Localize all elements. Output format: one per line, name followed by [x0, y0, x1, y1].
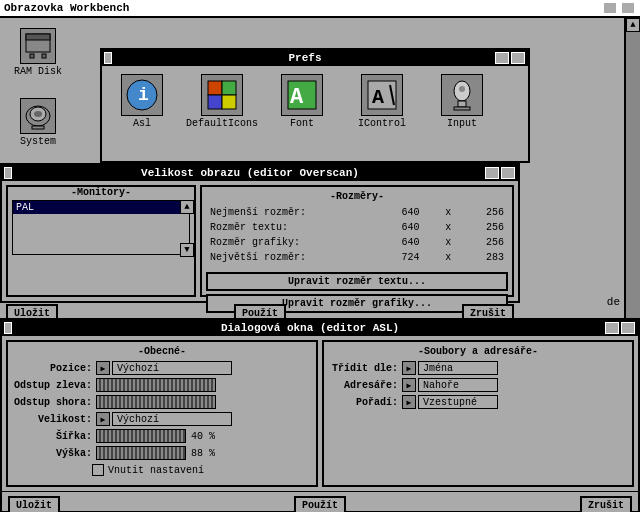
poradi-dropdown[interactable]: ▶ — [402, 395, 416, 409]
table-row: Nejmenší rozměr: 640 x 256 — [208, 206, 506, 219]
velikost-close-btn[interactable] — [485, 167, 499, 179]
velikost-title: Velikost obrazu (editor Overscan) — [16, 167, 484, 179]
checkbox-row: Vnutit nastavení — [92, 464, 312, 476]
odstup-zleva-label: Odstup zleva: — [12, 380, 92, 391]
system-icon[interactable]: System — [8, 98, 68, 147]
dialog-zoom-btn[interactable] — [621, 322, 635, 334]
font-icon: A — [281, 74, 323, 116]
prefs-titlebar: Prefs — [102, 50, 528, 66]
prefs-drag[interactable] — [104, 52, 112, 64]
dialog-pouzit-btn[interactable]: Použít — [294, 496, 346, 512]
svg-text:A: A — [290, 85, 304, 110]
sirka-label: Šířka: — [12, 431, 92, 442]
vnutit-checkbox[interactable] — [92, 464, 104, 476]
prefs-icon-font[interactable]: A Font — [272, 74, 332, 129]
dialog-window: Dialogová okna (editor ASL) -Obecné- Poz… — [0, 318, 640, 512]
rozmery-label-3: Největší rozměr: — [208, 251, 398, 264]
ram-disk-icon[interactable]: RAM Disk — [8, 28, 68, 77]
prefs-icon-icontrol[interactable]: A IControl — [352, 74, 412, 129]
velikost-zoom-btn[interactable] — [501, 167, 515, 179]
poradi-row: Pořadí: ▶ Vzestupné — [328, 395, 628, 409]
odstup-shora-label: Odstup shora: — [12, 397, 92, 408]
system-label: System — [20, 136, 56, 147]
pozice-row: Pozice: ▶ Výchozí — [12, 361, 312, 375]
odstup-zleva-group — [96, 378, 216, 392]
table-row: Rozměr textu: 640 x 256 — [208, 221, 506, 234]
adresar-dropdown[interactable]: ▶ — [402, 378, 416, 392]
scroll-up-btn[interactable]: ▲ — [626, 18, 640, 32]
upravit-text-btn[interactable]: Upravit rozměr textu... — [206, 272, 508, 291]
odstup-shora-field[interactable] — [96, 395, 216, 409]
monitory-scroll-up[interactable]: ▲ — [180, 200, 194, 214]
poradi-group: ▶ Vzestupné — [402, 395, 498, 409]
rozmery-table: Nejmenší rozměr: 640 x 256 Rozměr textu:… — [206, 204, 508, 266]
velikost-drag[interactable] — [4, 167, 12, 179]
wb-zoom-btn[interactable] — [621, 2, 635, 14]
workbench-title: Obrazovka Workbench — [4, 2, 129, 14]
dialog-close-btn[interactable] — [605, 322, 619, 334]
pozice-dropdown[interactable]: ▶ — [96, 361, 110, 375]
velikost-dropdown[interactable]: ▶ — [96, 412, 110, 426]
dialog-title: Dialogová okna (editor ASL) — [16, 322, 604, 334]
svg-point-6 — [34, 111, 42, 117]
vyska-field[interactable] — [96, 446, 186, 460]
prefs-icon-asl[interactable]: i Asl — [112, 74, 172, 129]
svg-rect-12 — [208, 95, 222, 109]
monitory-list: PAL — [12, 200, 190, 255]
dialog-footer: Uložit Použít Zrušit — [2, 491, 638, 512]
svg-rect-11 — [222, 81, 236, 95]
dialog-ulozit-btn[interactable]: Uložit — [8, 496, 60, 512]
prefs-close-btn[interactable] — [495, 52, 509, 64]
rozmery-val1-3: 724 — [400, 251, 442, 264]
odstup-zleva-field[interactable] — [96, 378, 216, 392]
velikost-row: Velikost: ▶ Výchozí — [12, 412, 312, 426]
monitory-scroll-down[interactable]: ▼ — [180, 243, 194, 257]
rozmery-val1-2: 640 — [400, 236, 442, 249]
pozice-label: Pozice: — [12, 363, 92, 374]
velikost-input-group: ▶ Výchozí — [96, 412, 232, 426]
velikost-field[interactable]: Výchozí — [112, 412, 232, 426]
vyska-group: 88 % — [96, 446, 216, 460]
velikost-label: Velikost: — [12, 414, 92, 425]
sirka-row: Šířka: 40 % — [12, 429, 312, 443]
odstup-zleva-row: Odstup zleva: — [12, 378, 312, 392]
sirka-group: 40 % — [96, 429, 216, 443]
odstup-shora-group — [96, 395, 216, 409]
font-label: Font — [290, 118, 314, 129]
prefs-icon-defaulticons[interactable]: DefaultIcons — [192, 74, 252, 129]
poradi-label: Pořadí: — [328, 397, 398, 408]
prefs-zoom-btn[interactable] — [511, 52, 525, 64]
rozmery-label-1: Rozměr textu: — [208, 221, 398, 234]
pozice-field[interactable]: Výchozí — [112, 361, 232, 375]
soubory-panel: -Soubory a adresáře- Třídit dle: ▶ Jména… — [322, 340, 634, 487]
monitory-item-pal[interactable]: PAL — [13, 201, 189, 214]
svg-rect-2 — [30, 54, 34, 58]
svg-rect-13 — [222, 95, 236, 109]
prefs-icon-input[interactable]: Input — [432, 74, 492, 129]
system-image — [20, 98, 56, 134]
svg-rect-20 — [458, 101, 466, 107]
dialog-drag[interactable] — [4, 322, 12, 334]
pozice-input-group: ▶ Výchozí — [96, 361, 232, 375]
dialog-content: -Obecné- Pozice: ▶ Výchozí Odstup zleva: — [2, 336, 638, 491]
svg-text:i: i — [138, 85, 149, 105]
wb-close-btn[interactable] — [603, 2, 617, 14]
poradi-field[interactable]: Vzestupné — [418, 395, 498, 409]
sirka-field[interactable] — [96, 429, 186, 443]
rozmery-val1-0: 640 — [400, 206, 442, 219]
prefs-window: Prefs i Asl — [100, 48, 530, 163]
tridit-field[interactable]: Jména — [418, 361, 498, 375]
adresar-field[interactable]: Nahoře — [418, 378, 498, 392]
rozmery-val2-0: 256 — [464, 206, 506, 219]
rozmery-val1-1: 640 — [400, 221, 442, 234]
input-icon — [441, 74, 483, 116]
rozmery-x-2: x — [443, 236, 462, 249]
tridit-dropdown[interactable]: ▶ — [402, 361, 416, 375]
monitory-panel: -Monitory- PAL ▲ ▼ — [6, 185, 196, 297]
defaulticons-icon — [201, 74, 243, 116]
rozmery-label-2: Rozměr grafiky: — [208, 236, 398, 249]
velikost-titlebar: Velikost obrazu (editor Overscan) — [2, 165, 518, 181]
velikost-window: Velikost obrazu (editor Overscan) -Monit… — [0, 163, 520, 303]
dialog-zrusit-btn[interactable]: Zrušit — [580, 496, 632, 512]
vyska-pct: 88 % — [191, 448, 216, 459]
